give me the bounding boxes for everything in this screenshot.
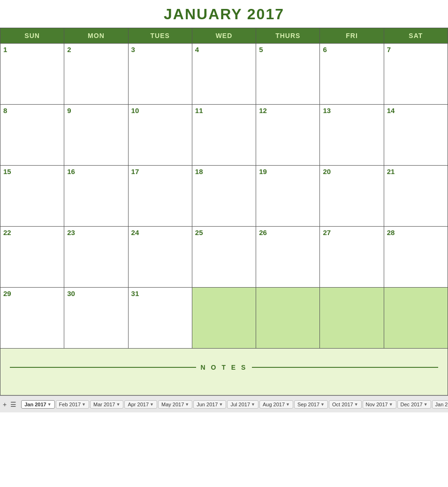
tab-label: Jan 2017 xyxy=(24,402,46,407)
day-cell[interactable] xyxy=(384,288,448,349)
notes-row: N O T E S xyxy=(0,349,448,396)
tab-nov-2017[interactable]: Nov 2017▼ xyxy=(363,400,396,409)
day-cell[interactable]: 17 xyxy=(128,166,192,227)
calendar-container: JANUARY 2017 SUNMONTUESWEDTHURSFRISAT 12… xyxy=(0,0,448,396)
chevron-down-icon: ▼ xyxy=(47,402,52,407)
add-sheet-button[interactable]: + xyxy=(2,401,8,408)
notes-cell[interactable]: N O T E S xyxy=(0,349,448,396)
header-cell-fri: FRI xyxy=(320,28,384,44)
header-cell-mon: MON xyxy=(64,28,128,44)
chevron-down-icon: ▼ xyxy=(354,402,358,407)
day-cell[interactable]: 7 xyxy=(384,44,448,105)
tab-label: Apr 2017 xyxy=(128,402,149,407)
day-cell[interactable] xyxy=(320,288,384,349)
day-number: 20 xyxy=(323,167,380,175)
day-cell[interactable]: 18 xyxy=(192,166,256,227)
day-cell[interactable]: 28 xyxy=(384,227,448,288)
week-row-4: 22232425262728 xyxy=(0,227,448,288)
tab-label: May 2017 xyxy=(161,402,184,407)
day-cell[interactable]: 30 xyxy=(64,288,128,349)
day-cell[interactable]: 4 xyxy=(192,44,256,105)
day-number: 29 xyxy=(3,289,61,297)
tab-mar-2017[interactable]: Mar 2017▼ xyxy=(90,400,123,409)
tab-controls: + ☰ xyxy=(2,401,17,408)
day-cell[interactable]: 22 xyxy=(0,227,64,288)
week-row-2: 891011121314 xyxy=(0,105,448,166)
chevron-down-icon: ▼ xyxy=(424,402,428,407)
tab-label: Oct 2017 xyxy=(332,402,353,407)
chevron-down-icon: ▼ xyxy=(219,402,223,407)
day-number: 15 xyxy=(3,167,61,175)
day-cell[interactable]: 1 xyxy=(0,44,64,105)
day-cell[interactable]: 29 xyxy=(0,288,64,349)
day-cell[interactable]: 19 xyxy=(256,166,320,227)
tab-bar: + ☰ Jan 2017▼Feb 2017▼Mar 2017▼Apr 2017▼… xyxy=(0,396,448,412)
day-cell[interactable]: 13 xyxy=(320,105,384,166)
day-number: 18 xyxy=(195,167,253,175)
tab-label: Feb 2017 xyxy=(59,402,81,407)
tab-may-2017[interactable]: May 2017▼ xyxy=(158,400,192,409)
day-cell[interactable]: 26 xyxy=(256,227,320,288)
tab-label: Sep 2017 xyxy=(297,402,319,407)
sheet-list-button[interactable]: ☰ xyxy=(9,401,17,408)
header-cell-tues: TUES xyxy=(128,28,192,44)
tab-apr-2017[interactable]: Apr 2017▼ xyxy=(124,400,157,409)
day-number: 21 xyxy=(387,167,445,175)
day-number: 27 xyxy=(323,228,380,236)
day-cell[interactable]: 5 xyxy=(256,44,320,105)
day-cell[interactable] xyxy=(256,288,320,349)
notes-label: N O T E S xyxy=(201,364,248,371)
tab-jul-2017[interactable]: Jul 2017▼ xyxy=(227,400,258,409)
day-cell[interactable]: 25 xyxy=(192,227,256,288)
header-cell-wed: WED xyxy=(192,28,256,44)
calendar-header-row: SUNMONTUESWEDTHURSFRISAT xyxy=(0,28,448,44)
day-cell[interactable]: 23 xyxy=(64,227,128,288)
chevron-down-icon: ▼ xyxy=(150,402,154,407)
day-number: 6 xyxy=(323,46,380,53)
day-cell[interactable]: 15 xyxy=(0,166,64,227)
day-cell[interactable]: 8 xyxy=(0,105,64,166)
day-number: 17 xyxy=(131,167,189,175)
day-cell[interactable]: 6 xyxy=(320,44,384,105)
tab-oct-2017[interactable]: Oct 2017▼ xyxy=(329,400,362,409)
tab-dec-2017[interactable]: Dec 2017▼ xyxy=(397,400,431,409)
day-cell[interactable]: 2 xyxy=(64,44,128,105)
week-row-1: 1234567 xyxy=(0,44,448,105)
tab-feb-2017[interactable]: Feb 2017▼ xyxy=(56,400,89,409)
chevron-down-icon: ▼ xyxy=(389,402,393,407)
tab-jan-2018[interactable]: Jan 2018▼ xyxy=(432,400,448,409)
day-number: 14 xyxy=(387,107,445,114)
tab-jan-2017[interactable]: Jan 2017▼ xyxy=(21,400,54,409)
day-cell[interactable]: 16 xyxy=(64,166,128,227)
notes-line-right xyxy=(252,367,438,368)
day-cell[interactable]: 20 xyxy=(320,166,384,227)
day-cell[interactable]: 12 xyxy=(256,105,320,166)
tab-aug-2017[interactable]: Aug 2017▼ xyxy=(259,400,293,409)
header-cell-sun: SUN xyxy=(0,28,64,44)
chevron-down-icon: ▼ xyxy=(82,402,86,407)
tab-label: Dec 2017 xyxy=(401,402,423,407)
day-cell[interactable]: 9 xyxy=(64,105,128,166)
calendar-grid: SUNMONTUESWEDTHURSFRISAT 123456789101112… xyxy=(0,28,448,396)
chevron-down-icon: ▼ xyxy=(116,402,120,407)
day-cell[interactable] xyxy=(192,288,256,349)
day-cell[interactable]: 27 xyxy=(320,227,384,288)
chevron-down-icon: ▼ xyxy=(185,402,189,407)
day-number: 26 xyxy=(259,228,317,236)
day-cell[interactable]: 14 xyxy=(384,105,448,166)
day-cell[interactable]: 11 xyxy=(192,105,256,166)
tab-sep-2017[interactable]: Sep 2017▼ xyxy=(294,400,328,409)
chevron-down-icon: ▼ xyxy=(320,402,325,407)
day-cell[interactable]: 3 xyxy=(128,44,192,105)
day-cell[interactable]: 21 xyxy=(384,166,448,227)
tab-label: Jun 2017 xyxy=(197,402,218,407)
day-number: 28 xyxy=(387,228,445,236)
tab-jun-2017[interactable]: Jun 2017▼ xyxy=(193,400,226,409)
day-number: 10 xyxy=(131,107,189,114)
day-cell[interactable]: 10 xyxy=(128,105,192,166)
notes-inner: N O T E S xyxy=(10,364,438,371)
day-cell[interactable]: 24 xyxy=(128,227,192,288)
day-number: 23 xyxy=(67,228,125,236)
day-cell[interactable]: 31 xyxy=(128,288,192,349)
day-number: 8 xyxy=(3,107,61,114)
